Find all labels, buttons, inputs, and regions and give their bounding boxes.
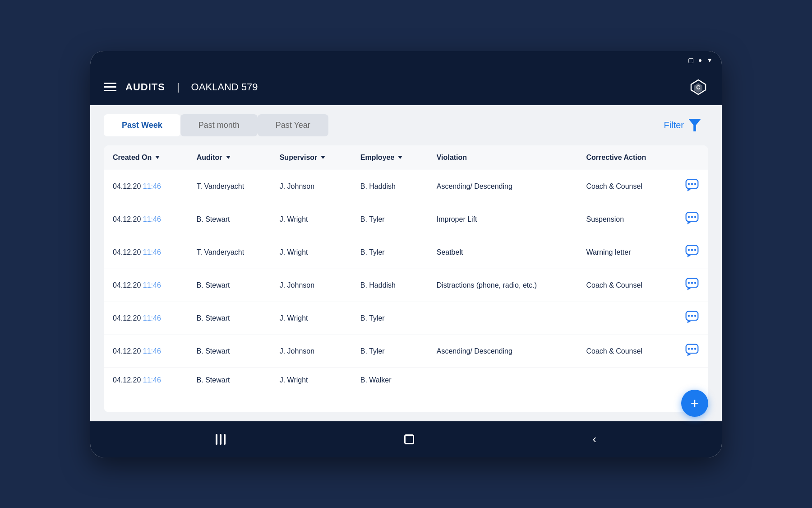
chat-button-4[interactable]	[685, 310, 699, 325]
svg-point-10	[694, 216, 696, 218]
chat-button-0[interactable]	[685, 178, 699, 193]
cell-auditor-4: B. Stewart	[188, 302, 271, 335]
cell-chat-3	[676, 269, 708, 302]
location-title: OAKLAND 579	[191, 81, 258, 93]
bars-icon	[216, 434, 226, 445]
col-header-created-on[interactable]: Created On	[104, 145, 188, 170]
header-left: AUDITS | OAKLAND 579	[104, 81, 258, 93]
cell-employee-6: B. Walker	[351, 368, 428, 392]
cell-violation-1: Improper Lift	[428, 203, 577, 236]
cell-violation-0: Ascending/ Descending	[428, 170, 577, 203]
cell-auditor-6: B. Stewart	[188, 368, 271, 392]
add-icon: +	[691, 396, 699, 410]
add-audit-button[interactable]: +	[681, 390, 708, 417]
cell-corrective-action-2: Warning letter	[577, 236, 676, 269]
filter-icon	[688, 119, 701, 131]
nav-home-button[interactable]	[395, 430, 423, 449]
tab-bar: Past Week Past month Past Year Filter	[104, 114, 708, 136]
sort-arrow-auditor	[226, 156, 231, 159]
svg-text:C: C	[696, 84, 701, 91]
cell-violation-4	[428, 302, 577, 335]
sort-supervisor-button[interactable]: Supervisor	[280, 154, 326, 162]
table-row: 04.12.20 11:46B. StewartJ. WrightB. Tyle…	[104, 302, 708, 335]
menu-button[interactable]	[104, 83, 116, 91]
home-icon	[404, 434, 414, 444]
svg-point-24	[688, 348, 690, 350]
col-header-employee[interactable]: Employee	[351, 145, 428, 170]
audits-table: Created On Auditor Sup	[104, 145, 708, 412]
tab-past-year[interactable]: Past Year	[258, 114, 328, 136]
col-header-violation: Violation	[428, 145, 577, 170]
cell-date-6: 04.12.20 11:46	[104, 368, 188, 392]
svg-point-21	[691, 315, 693, 317]
cell-employee-4: B. Tyler	[351, 302, 428, 335]
table-row: 04.12.20 11:46B. StewartJ. JohnsonB. Had…	[104, 269, 708, 302]
cell-employee-3: B. Haddish	[351, 269, 428, 302]
status-icon-signal: ▼	[706, 56, 713, 64]
cell-violation-5: Ascending/ Descending	[428, 335, 577, 368]
cell-chat-2	[676, 236, 708, 269]
status-bar: ▢ ● ▼	[90, 51, 722, 69]
cell-corrective-action-4	[577, 302, 676, 335]
cell-date-1: 04.12.20 11:46	[104, 203, 188, 236]
cell-auditor-2: T. Vanderyacht	[188, 236, 271, 269]
cell-corrective-action-1: Suspension	[577, 203, 676, 236]
nav-menu-button[interactable]	[207, 429, 235, 449]
svg-point-16	[688, 282, 690, 284]
cell-employee-0: B. Haddish	[351, 170, 428, 203]
table-header-row: Created On Auditor Sup	[104, 145, 708, 170]
cell-supervisor-2: J. Wright	[271, 236, 351, 269]
cell-corrective-action-6	[577, 368, 676, 392]
chat-button-5[interactable]	[685, 343, 699, 358]
svg-point-5	[691, 183, 693, 185]
col-header-supervisor[interactable]: Supervisor	[271, 145, 351, 170]
cell-supervisor-6: J. Wright	[271, 368, 351, 392]
app-logo: C	[688, 77, 708, 97]
svg-point-25	[691, 348, 693, 350]
cell-supervisor-5: J. Johnson	[271, 335, 351, 368]
app-title: AUDITS	[125, 81, 165, 93]
tab-past-month[interactable]: Past month	[180, 114, 258, 136]
sort-employee-button[interactable]: Employee	[360, 154, 403, 162]
chat-button-3[interactable]	[685, 277, 699, 292]
svg-point-8	[688, 216, 690, 218]
device-frame: ▢ ● ▼ AUDITS | OAKLAND 579 C Past Week P…	[90, 51, 722, 457]
chat-button-1[interactable]	[685, 211, 699, 226]
cell-date-5: 04.12.20 11:46	[104, 335, 188, 368]
chat-button-2[interactable]	[685, 244, 699, 259]
header: AUDITS | OAKLAND 579 C	[90, 69, 722, 105]
cell-chat-6	[676, 368, 708, 392]
nav-back-button[interactable]: ‹	[583, 428, 605, 451]
cell-employee-1: B. Tyler	[351, 203, 428, 236]
svg-point-9	[691, 216, 693, 218]
svg-point-4	[688, 183, 690, 185]
cell-date-2: 04.12.20 11:46	[104, 236, 188, 269]
back-icon: ‹	[592, 432, 596, 446]
cell-corrective-action-0: Coach & Counsel	[577, 170, 676, 203]
col-header-auditor[interactable]: Auditor	[188, 145, 271, 170]
cell-supervisor-4: J. Wright	[271, 302, 351, 335]
table-row: 04.12.20 11:46B. StewartJ. JohnsonB. Tyl…	[104, 335, 708, 368]
cell-violation-6	[428, 368, 577, 392]
tab-past-week[interactable]: Past Week	[104, 114, 180, 136]
cell-chat-4	[676, 302, 708, 335]
cell-employee-5: B. Tyler	[351, 335, 428, 368]
header-separator: |	[177, 81, 180, 93]
cell-supervisor-3: J. Johnson	[271, 269, 351, 302]
cell-date-4: 04.12.20 11:46	[104, 302, 188, 335]
cell-date-3: 04.12.20 11:46	[104, 269, 188, 302]
cell-auditor-5: B. Stewart	[188, 335, 271, 368]
cell-chat-0	[676, 170, 708, 203]
svg-point-6	[694, 183, 696, 185]
col-header-actions	[676, 145, 708, 170]
cell-violation-2: Seatbelt	[428, 236, 577, 269]
filter-button[interactable]: Filter	[657, 114, 708, 136]
sort-auditor-button[interactable]: Auditor	[197, 154, 231, 162]
filter-label: Filter	[664, 120, 684, 130]
cell-corrective-action-3: Coach & Counsel	[577, 269, 676, 302]
sort-created-on-button[interactable]: Created On	[113, 154, 160, 162]
cell-violation-3: Distractions (phone, radio, etc.)	[428, 269, 577, 302]
svg-point-14	[694, 249, 696, 251]
col-header-corrective-action: Corrective Action	[577, 145, 676, 170]
svg-point-12	[688, 249, 690, 251]
